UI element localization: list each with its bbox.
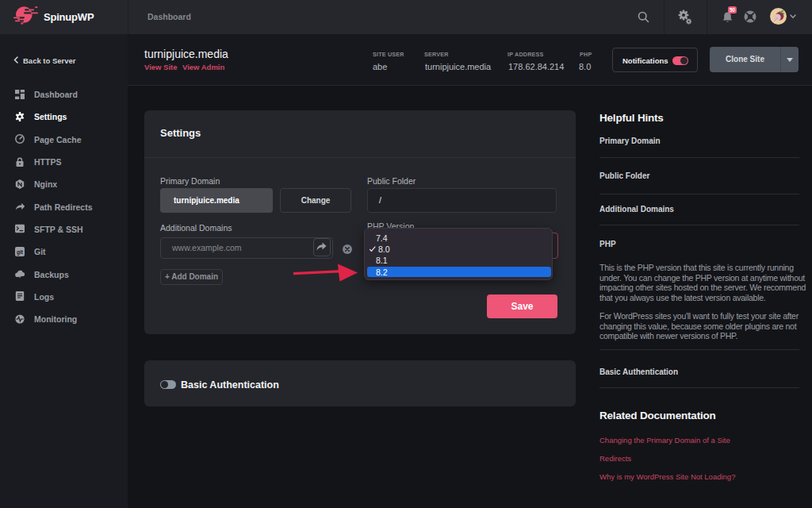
svg-text:git: git	[17, 248, 24, 255]
